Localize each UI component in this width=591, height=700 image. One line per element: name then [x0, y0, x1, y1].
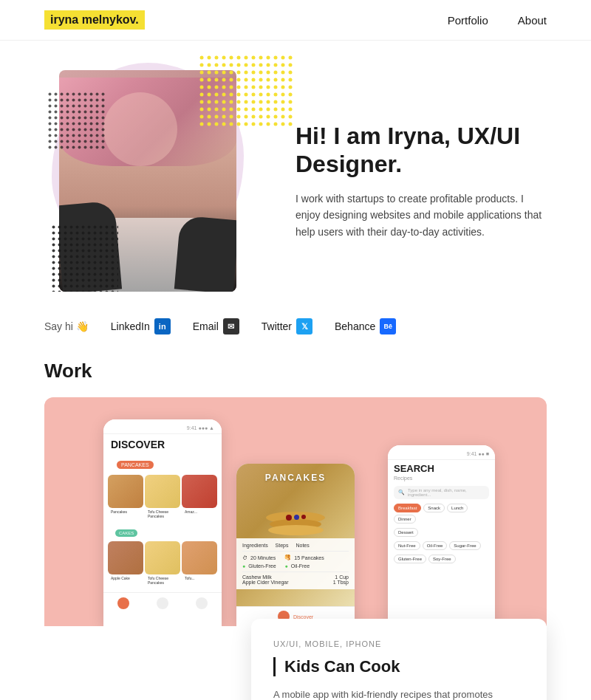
filter-pill-lunch[interactable]: Lunch [447, 504, 468, 512]
pancakes-bg: PANCAKES Ingredients Steps Notes ⏱20 Min… [236, 464, 355, 626]
behance-icon: Bē [380, 318, 396, 334]
hero-subtitle: I work with startups to create profitabl… [296, 191, 547, 240]
pancakes-big-label: PANCAKES [265, 473, 326, 483]
linkedin-link[interactable]: LinkedIn in [111, 318, 171, 334]
discover-screen: 9:41 ●●● ▲ DISCOVER PANCAKES Pancakes To… [103, 419, 222, 626]
pancakes-photo-screen: PANCAKES Ingredients Steps Notes ⏱20 Min… [236, 464, 355, 626]
filter-pill-dinner[interactable]: Dinner [394, 515, 416, 524]
dots-photo-top [48, 92, 107, 151]
project-name: Kids Can Cook [273, 657, 525, 676]
screen1-nav [103, 592, 222, 614]
screen1-status: 9:41 ●●● ▲ [103, 419, 222, 434]
thumb-tofu3 [182, 541, 217, 574]
hero-text: Hi! I am Iryna, UX/UI Designer. I work w… [259, 122, 547, 240]
project-info-card: UX/UI, MOBILE, IPHONE Kids Can Cook A mo… [251, 619, 547, 700]
nav: iryna melnykov. Portfolio About [0, 0, 591, 41]
project-tags: UX/UI, MOBILE, IPHONE [273, 639, 525, 648]
filter-pill-dessert[interactable]: Dessert [394, 528, 418, 537]
cakes-tag: CAKES [115, 529, 137, 537]
search-placeholder: Type in any meal, dish, name, ingredient… [408, 488, 485, 497]
behance-label: Behance [335, 320, 375, 332]
twitter-link[interactable]: Twitter 𝕏 [262, 318, 312, 334]
work-section: Work 9:41 ●●● ▲ DISCOVER PANCAKES Pancak… [0, 352, 591, 700]
nav-fav [196, 597, 208, 609]
svg-rect-1 [199, 55, 296, 129]
project-screenshots: 9:41 ●●● ▲ DISCOVER PANCAKES Pancakes To… [44, 397, 547, 626]
screen3-status: 9:41 ●● ■ [388, 445, 495, 460]
filter-pill-oilfree[interactable]: Oil-Free [423, 541, 448, 550]
linkedin-icon: in [154, 318, 171, 334]
screen1-tag: PANCAKES [117, 461, 154, 469]
thumb-cheese [145, 475, 180, 508]
filter-pill-snack[interactable]: Snack [423, 504, 445, 512]
search-input[interactable]: 🔍 Type in any meal, dish, name, ingredie… [394, 486, 489, 499]
twitter-icon: 𝕏 [296, 318, 312, 334]
logo[interactable]: iryna melnykov. [44, 10, 145, 30]
thumb-pancakes [108, 475, 143, 508]
screen1-grid2: Apple Cake Tofu Cheese Pancakes Tofu... [103, 538, 222, 589]
screen3-title: SEARCH [388, 460, 495, 476]
email-label: Email [193, 320, 219, 332]
search-icon: 🔍 [398, 490, 405, 495]
project-description: A mobile app with kid-friendly recipes t… [273, 687, 525, 700]
hero-title: Hi! I am Iryna, UX/UI Designer. [296, 122, 547, 179]
email-icon: ✉ [223, 318, 239, 334]
filter-row3: Nut-Free Oil-Free Sugar-Free [388, 539, 495, 552]
filter-pill-soyfree[interactable]: Soy-Free [428, 555, 456, 563]
nav-about[interactable]: About [518, 14, 547, 27]
logo-box: iryna melnykov. [44, 10, 145, 30]
filter-row2: Dessert [388, 526, 495, 539]
screen1-title: DISCOVER [103, 434, 222, 455]
nav-links: Portfolio About [448, 14, 547, 27]
screen3-subtitle: Recipes [388, 476, 495, 484]
filter-row4: Gluten-Free Soy-Free [388, 552, 495, 566]
thumb-amaz [182, 475, 217, 508]
thumb-apple [108, 541, 143, 574]
screen1-grid: Pancakes Tofu Cheese Pancakes Amaz... [103, 472, 222, 523]
twitter-label: Twitter [262, 320, 292, 332]
nav-search [157, 597, 168, 609]
email-link[interactable]: Email ✉ [193, 318, 239, 334]
say-hi-bar: Say hi 👋 LinkedIn in Email ✉ Twitter 𝕏 B… [0, 306, 591, 352]
hero-image-area [44, 70, 259, 292]
filter-pill-nutfree[interactable]: Nut-Free [394, 541, 420, 550]
search-screen: 9:41 ●● ■ SEARCH Recipes 🔍 Type in any m… [388, 445, 495, 626]
hero-section: Hi! I am Iryna, UX/UI Designer. I work w… [0, 41, 591, 306]
behance-link[interactable]: Behance Bē [335, 318, 396, 334]
thumb-tofu2 [145, 541, 180, 574]
filter-pill-sugarfree[interactable]: Sugar-Free [449, 541, 480, 550]
svg-rect-3 [52, 225, 118, 292]
svg-rect-4 [48, 92, 107, 151]
linkedin-label: LinkedIn [111, 320, 150, 332]
say-hi-label: Say hi 👋 [44, 320, 89, 332]
dots-top-right [199, 55, 296, 129]
filter-pill-glutenfree[interactable]: Gluten-Free [394, 555, 426, 563]
nav-home [117, 597, 129, 609]
nav-portfolio[interactable]: Portfolio [448, 14, 488, 27]
filter-breakfast: Breakfast Snack Lunch Dinner [388, 501, 495, 526]
work-title: Work [44, 360, 547, 382]
project-card: 9:41 ●●● ▲ DISCOVER PANCAKES Pancakes To… [44, 397, 547, 700]
filter-pill-breakfast[interactable]: Breakfast [394, 504, 421, 512]
dots-photo-overlay [52, 225, 118, 292]
